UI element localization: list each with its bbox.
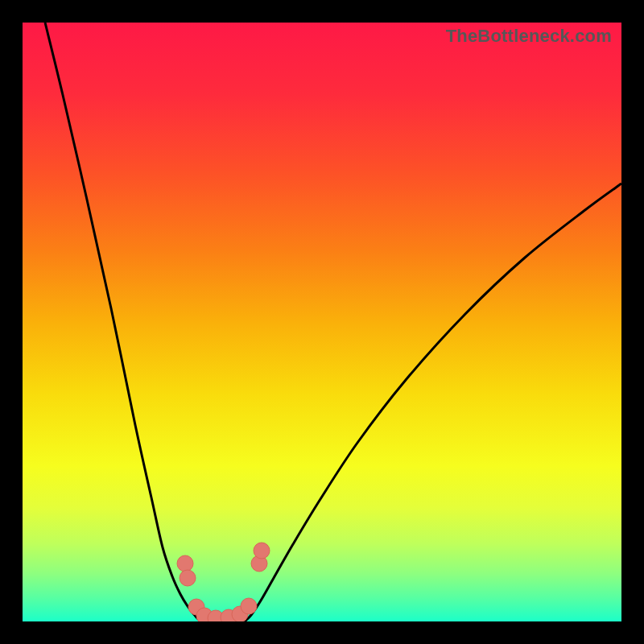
plot-area: TheBottleneck.com — [23, 23, 621, 621]
data-marker — [254, 543, 270, 559]
data-marker — [241, 598, 257, 614]
curve-layer — [23, 23, 621, 621]
bottleneck-curve — [45, 23, 621, 621]
chart-frame: TheBottleneck.com — [0, 0, 644, 644]
marker-group — [177, 543, 270, 621]
data-marker — [177, 555, 193, 572]
data-marker — [180, 570, 196, 586]
